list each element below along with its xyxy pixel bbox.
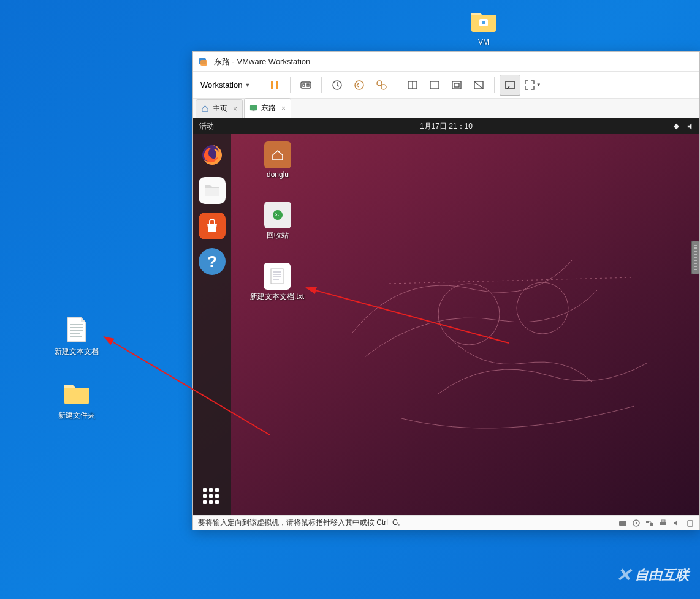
svg-rect-22 [454,83,459,87]
view-fit-button[interactable] [446,75,467,96]
svg-rect-25 [506,81,514,89]
svg-line-24 [474,81,483,89]
ubuntu-home-folder[interactable]: donglu [247,141,308,179]
view-side-button[interactable] [424,75,445,96]
volume-icon [687,122,694,130]
separator [397,77,397,93]
firefox-icon [200,143,224,167]
usb-icon[interactable] [686,519,694,527]
svg-rect-20 [430,81,439,89]
ubuntu-trash[interactable]: 回收站 [247,202,308,241]
close-icon[interactable]: × [233,105,237,113]
svg-rect-39 [646,521,649,523]
svg-rect-9 [271,81,273,89]
dock-files[interactable] [199,177,226,204]
status-bar-devices [618,519,694,527]
system-tray[interactable] [672,122,694,130]
svg-rect-13 [307,84,309,86]
svg-rect-27 [253,110,255,111]
desktop-icon-label: 新建文本文档 [55,347,99,357]
workstation-menu[interactable]: Workstation ▼ [197,78,254,92]
home-icon [201,105,209,113]
dock-software[interactable] [199,213,226,239]
status-message: 要将输入定向到该虚拟机，请将鼠标指针移入其中或按 Ctrl+G。 [198,518,405,528]
icon-label: 新建文本文档.txt [250,292,304,302]
svg-rect-31 [271,269,283,284]
svg-rect-26 [250,105,257,110]
shopping-bag-icon [204,219,220,233]
desktop-icon-vm-folder[interactable]: VM [456,6,511,47]
watermark: ✕ 自由互联 [616,564,689,586]
resize-handle[interactable] [691,241,699,274]
icon-label: donglu [267,170,289,179]
svg-point-15 [355,81,363,89]
gnome-top-bar[interactable]: 活动 1月17日 21：10 [193,118,699,134]
close-icon[interactable]: × [281,104,286,113]
dock-help[interactable]: ? [199,248,226,275]
svg-rect-41 [660,522,666,525]
text-document-icon [62,315,91,344]
status-bar: 要将输入定向到该虚拟机，请将鼠标指针移入其中或按 Ctrl+G。 [193,515,699,530]
svg-point-38 [636,522,637,523]
desktop-icon-text-doc[interactable]: 新建文本文档 [49,315,104,357]
activities-button[interactable]: 活动 [199,121,214,132]
desktop-icon-label: 新建文件夹 [58,410,95,421]
desktop-icon-new-folder[interactable]: 新建文件夹 [49,379,104,421]
separator [494,77,495,93]
window-title: 东路 - VMware Workstation [214,56,310,67]
vmware-app-icon [198,57,208,67]
chevron-down-icon: ▼ [245,82,250,88]
folder-icon [62,379,91,408]
ubuntu-desktop[interactable]: donglu 回收站 新建文本文档.txt [231,134,699,515]
cd-icon[interactable] [632,519,641,527]
folder-icon [469,6,498,36]
fullscreen-button[interactable]: ▼ [522,75,542,96]
svg-rect-8 [200,60,207,66]
send-ctrl-alt-del-button[interactable] [295,75,316,96]
tab-bar: 主页 × 东路 × [193,99,699,118]
separator [290,77,291,93]
clock[interactable]: 1月17日 21：10 [420,121,473,132]
dock-apps-grid[interactable] [203,488,221,507]
watermark-text: 自由互联 [635,566,689,584]
revert-snapshot-button[interactable] [349,75,370,96]
view-free-button[interactable] [468,75,489,96]
svg-point-16 [377,81,382,86]
svg-point-1 [482,21,485,24]
separator [321,77,322,93]
svg-rect-10 [276,81,278,89]
svg-point-17 [381,85,386,89]
icon-label: 回收站 [267,230,289,241]
toolbar: Workstation ▼ ▼ [193,72,699,99]
hard-disk-icon[interactable] [618,519,627,527]
dock-firefox[interactable] [199,141,226,168]
home-folder-icon [264,141,291,168]
snapshot-button[interactable] [327,75,348,96]
svg-rect-36 [619,521,626,526]
printer-icon[interactable] [659,519,668,527]
network-adapter-icon[interactable] [645,519,654,527]
watermark-logo: ✕ [616,564,631,586]
titlebar[interactable]: 东路 - VMware Workstation [193,52,699,72]
files-icon [204,183,220,198]
desktop-icon-label: VM [478,38,489,47]
svg-rect-42 [661,520,665,522]
pause-button[interactable] [264,75,285,96]
question-icon: ? [207,252,217,271]
ubuntu-text-file[interactable]: 新建文本文档.txt [237,263,317,302]
guest-display[interactable]: 活动 1月17日 21：10 ? [193,118,699,515]
tab-guest[interactable]: 东路 × [244,98,291,118]
monitor-icon [249,104,257,112]
view-single-button[interactable] [402,75,423,96]
ubuntu-dock: ? [193,134,231,515]
svg-rect-43 [688,521,693,526]
sound-icon[interactable] [672,519,681,527]
separator [259,77,259,93]
svg-rect-21 [452,81,461,89]
network-icon [672,122,680,130]
tab-home[interactable]: 主页 × [196,99,243,118]
svg-rect-12 [303,84,305,86]
text-document-icon [264,263,291,290]
snapshot-manager-button[interactable] [371,75,392,96]
unity-button[interactable] [500,75,520,96]
